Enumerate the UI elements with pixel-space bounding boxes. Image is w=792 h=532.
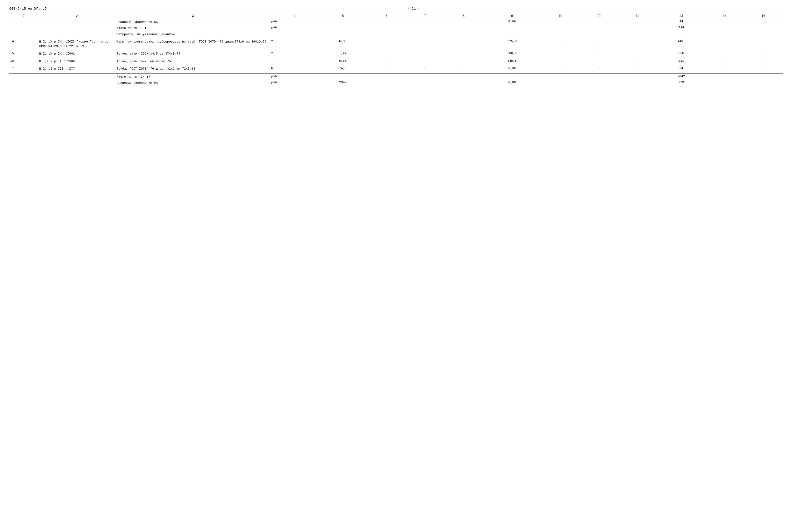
cell-col5: I,27 [319, 51, 367, 57]
cell-col1: I6 [9, 58, 38, 64]
cell-col5: 2042 [319, 80, 367, 86]
cell-col8: – [444, 58, 483, 64]
cell-col8 [444, 19, 483, 25]
cell-col4: т [270, 39, 319, 50]
cell-col4: м [270, 66, 319, 72]
cell-col8 [444, 80, 483, 86]
cell-col2: Ц.I,ч.I р.III п.I77 [38, 66, 116, 72]
cell-col12 [618, 74, 657, 80]
cell-col4: т [270, 51, 319, 57]
cell-col11 [580, 19, 618, 25]
cell-col11 [580, 32, 618, 37]
cell-col4 [270, 32, 319, 37]
cell-col13: 784 [657, 25, 705, 31]
cell-col14: – [705, 51, 744, 57]
cell-col12 [618, 80, 657, 86]
cell-col13: 23I [657, 58, 705, 64]
cell-col12: – [618, 66, 657, 72]
cell-col13 [657, 32, 705, 37]
col-header-1: I [9, 13, 38, 19]
cell-col1 [9, 32, 38, 37]
cell-col11: – [580, 58, 618, 64]
cell-col3: Итого по пп. I-I3 [116, 25, 270, 31]
cell-col9: 0,06 [483, 19, 541, 25]
cell-col14 [705, 32, 744, 37]
cell-col2 [38, 25, 116, 31]
cell-col10 [541, 19, 580, 25]
cell-col2 [38, 19, 116, 25]
cell-col9: 349,5 [483, 58, 541, 64]
cell-col6: – [367, 39, 406, 50]
doc-id: 903-2-15 Ал.УП,ч.5 [9, 7, 47, 11]
cell-col1 [9, 25, 38, 31]
cell-col1 [9, 74, 38, 80]
cell-col8: – [444, 51, 483, 57]
cell-col6 [367, 80, 406, 86]
cell-col10: – [541, 58, 580, 64]
cell-col12 [618, 19, 657, 25]
cell-col9 [483, 32, 541, 37]
cell-col15 [744, 32, 783, 37]
cell-col10: – [541, 51, 580, 57]
cell-col1: I5 [9, 51, 38, 57]
table-row: Итого по пп. I-I3руб.784 [9, 25, 783, 31]
cell-col13: I43I [657, 39, 705, 50]
col-header-6: 6 [367, 13, 406, 19]
cell-col13: 356 [657, 51, 705, 57]
cell-col8 [444, 25, 483, 31]
cell-col6: – [367, 66, 406, 72]
cell-col6 [367, 25, 406, 31]
cell-col5 [319, 25, 367, 31]
cell-col11: – [580, 51, 618, 57]
cell-col15: – [744, 39, 783, 50]
cell-col15 [744, 25, 783, 31]
cell-col1: I4 [9, 39, 38, 50]
cell-col12 [618, 25, 657, 31]
cell-col8 [444, 32, 483, 37]
cell-col7 [406, 74, 444, 80]
cell-col7: – [406, 51, 444, 57]
col-header-4: 4 [270, 13, 319, 19]
cell-col15: – [744, 58, 783, 64]
cell-col2: Ц.I,ч.У р.IX п.I0I3 Письмо Гос - строя С… [38, 39, 116, 50]
cell-col2: Ц.I,ч.У р.IX п.2566 [38, 58, 116, 64]
cell-col12: – [618, 51, 657, 57]
cell-col3: Материалы, не учтенные ценником [116, 32, 270, 37]
cell-col11: – [580, 39, 618, 50]
table-row: I5Ц.I,ч.У р.IX п.I002То же, диам. I59х х… [9, 51, 783, 57]
cell-col6 [367, 74, 406, 80]
table-row: Плановые накопления 6%руб.0,0644 [9, 19, 783, 25]
cell-col13: 24 [657, 66, 705, 72]
col-header-2: 2 [38, 13, 116, 19]
cell-col4: руб. [270, 74, 319, 80]
doc-spacer [781, 7, 783, 11]
col-header-13: I3 [657, 13, 705, 19]
cell-col9: 225,0 [483, 39, 541, 50]
cell-col11 [580, 25, 618, 31]
col-header-3: 3 [116, 13, 270, 19]
col-header-8: 8 [444, 13, 483, 19]
cell-col5: 6,36 [319, 39, 367, 50]
cell-col2 [38, 74, 116, 80]
cell-col5: 0,66 [319, 58, 367, 64]
cell-col15: – [744, 66, 783, 72]
cell-col9: 0,32 [483, 66, 541, 72]
cell-col14 [705, 25, 744, 31]
cell-col15 [744, 74, 783, 80]
cell-col12: – [618, 58, 657, 64]
cell-col11 [580, 80, 618, 86]
cell-col6 [367, 32, 406, 37]
table-row: I6Ц.I,ч.У р.IX п.2566То же, диам. 57х3 м… [9, 58, 783, 64]
cell-col14 [705, 19, 744, 25]
cell-col12 [618, 39, 657, 50]
cell-col6 [367, 19, 406, 25]
document-header: 903-2-15 Ал.УП,ч.5 - 21 - [9, 7, 783, 11]
table-row: I4Ц.I,ч.У р.IX п.I0I3 Письмо Гос - строя… [9, 39, 783, 50]
cell-col12 [618, 32, 657, 37]
cell-col8: – [444, 66, 483, 72]
cell-col7: – [406, 66, 444, 72]
doc-page: - 21 - [408, 7, 420, 11]
col-header-10: IO [541, 13, 580, 19]
cell-col14 [705, 80, 744, 86]
cell-col9: 0,06 [483, 80, 541, 86]
